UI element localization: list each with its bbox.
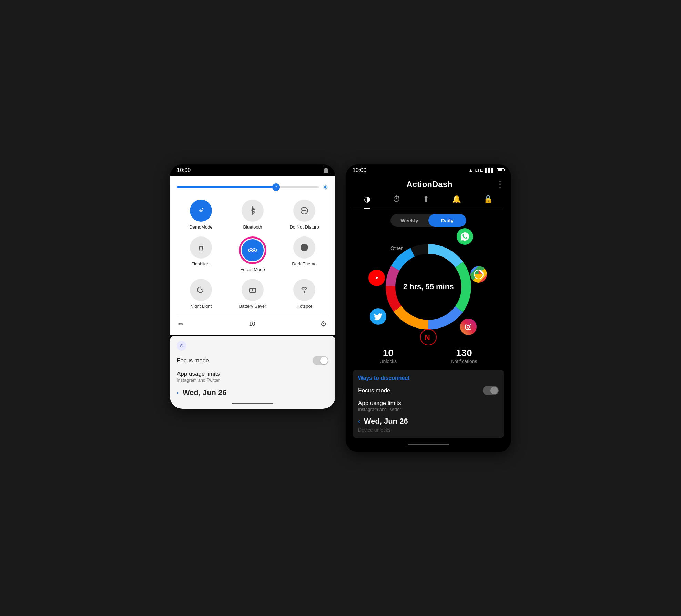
bluetooth-icon <box>242 200 264 222</box>
left-nav-date: Wed, Jun 26 <box>183 388 227 397</box>
svg-text:N: N <box>425 333 430 342</box>
tile-focus-mode[interactable]: Focus Mode <box>228 236 277 272</box>
hotspot-label: Hotspot <box>297 304 312 309</box>
notifications-number: 130 <box>451 347 477 359</box>
ways-app-usage-row: App usage limits Instagram and Twitter <box>358 400 499 412</box>
right-nav-row: ‹ Wed, Jun 26 <box>358 417 499 426</box>
ways-focus-toggle[interactable] <box>483 386 499 395</box>
night-light-label: Night Light <box>190 304 212 309</box>
svg-point-32 <box>470 324 471 325</box>
stats-row: 10 Unlocks 130 Notifications <box>353 347 504 364</box>
sun-icon: ☀ <box>322 183 328 191</box>
panel-header: ⊙ <box>177 341 328 351</box>
ways-focus-label: Focus mode <box>358 387 390 394</box>
unlocks-number: 10 <box>379 347 397 359</box>
battery-saver-label: Battery Saver <box>239 304 266 309</box>
right-back-arrow[interactable]: ‹ <box>358 417 360 425</box>
unlocks-stat: 10 Unlocks <box>379 347 397 364</box>
edit-icon[interactable]: ✏ <box>178 320 184 328</box>
left-time: 10:00 <box>177 167 191 173</box>
tile-flashlight[interactable]: Flashlight <box>177 236 225 272</box>
right-status-bar: 10:00 ▲ LTE ▌▌▌ <box>346 164 511 176</box>
tab-time[interactable]: ⏱ <box>393 195 400 206</box>
daily-button[interactable]: Daily <box>428 214 466 227</box>
settings-icon[interactable]: ⚙ <box>320 320 327 329</box>
tile-bluetooth[interactable]: Bluetooth <box>228 200 277 230</box>
tab-lock[interactable]: 🔒 <box>484 195 493 206</box>
edit-count: 10 <box>249 321 255 327</box>
left-back-arrow[interactable]: ‹ <box>177 388 179 396</box>
svg-rect-14 <box>256 290 256 291</box>
left-status-bar: 10:00 <box>170 164 335 176</box>
lte-label: LTE <box>475 168 483 173</box>
wifi-icon: ▲ <box>469 168 473 173</box>
dark-theme-label: Dark Theme <box>292 261 316 266</box>
chrome-icon <box>470 266 487 283</box>
svg-rect-6 <box>200 244 202 247</box>
brightness-thumb[interactable] <box>272 183 280 191</box>
left-bottom-bar: ✏ 10 ⚙ <box>177 316 328 329</box>
focus-mode-label: Focus Mode <box>240 267 265 272</box>
do-not-disturb-label: Do Not Disturb <box>289 224 319 230</box>
app-title: ActionDash <box>363 180 496 189</box>
ways-app-usage-title: App usage limits <box>358 400 499 407</box>
tab-usage[interactable]: ⬆ <box>423 195 429 206</box>
right-status-icons: ▲ LTE ▌▌▌ <box>469 168 504 173</box>
left-signal-icon <box>324 168 328 173</box>
phone-right: 10:00 ▲ LTE ▌▌▌ ActionDash ⋮ ◑ ⏱ ⬆ <box>346 164 511 452</box>
youtube-icon <box>368 270 385 286</box>
focus-mode-row-label: Focus mode <box>177 357 209 364</box>
instagram-icon <box>460 319 477 335</box>
do-not-disturb-icon <box>293 200 315 222</box>
focus-mode-toggle[interactable] <box>313 356 328 365</box>
app-title-row: ActionDash ⋮ <box>353 180 504 189</box>
signal-bars-icon: ▌▌▌ <box>485 168 495 173</box>
screenshot-container: 10:00 ☀ <box>170 164 511 452</box>
weekly-button[interactable]: Weekly <box>390 214 428 227</box>
battery-fill <box>498 169 502 171</box>
ways-title: Ways to disconnect <box>358 375 499 381</box>
panel-focus-icon: ⊙ <box>177 341 186 351</box>
tile-night-light[interactable]: Night Light <box>177 279 225 309</box>
tile-battery-saver[interactable]: Battery Saver <box>228 279 277 309</box>
tile-do-not-disturb[interactable]: Do Not Disturb <box>280 200 328 230</box>
app-usage-sub: Instagram and Twitter <box>177 377 328 383</box>
tile-dark-theme[interactable]: Dark Theme <box>280 236 328 272</box>
focus-ring-wrapper: Focus Mode <box>239 236 266 272</box>
unlocks-label: Unlocks <box>379 359 397 364</box>
more-options-button[interactable]: ⋮ <box>496 180 504 189</box>
notifications-stat: 130 Notifications <box>451 347 477 364</box>
flashlight-icon <box>190 236 212 259</box>
brightness-slider[interactable] <box>177 186 319 188</box>
tab-stats[interactable]: ◑ <box>364 195 370 206</box>
left-bottom-indicator <box>232 403 273 404</box>
whatsapp-icon <box>457 228 473 245</box>
other-label: Other <box>390 245 403 251</box>
battery-icon <box>497 168 504 172</box>
left-nav-row: ‹ Wed, Jun 26 <box>177 388 328 397</box>
night-light-icon <box>190 279 212 301</box>
brightness-row: ☀ <box>177 183 328 191</box>
hotspot-icon <box>293 279 315 301</box>
tiles-grid: DemoMode Bluetooth <box>177 200 328 309</box>
device-unlocks-label: Device unlocks <box>358 427 499 433</box>
svg-point-10 <box>250 249 252 251</box>
ways-app-usage-sub: Instagram and Twitter <box>358 407 499 412</box>
netflix-icon: N <box>420 329 437 345</box>
app-usage-label: App usage limits <box>177 371 328 377</box>
right-bottom-indicator <box>408 444 449 445</box>
phone-left: 10:00 ☀ <box>170 164 335 409</box>
twitter-icon <box>370 308 386 325</box>
period-toggle: Weekly Daily <box>390 214 466 227</box>
tab-notifications[interactable]: 🔔 <box>452 195 461 206</box>
tile-hotspot[interactable]: Hotspot <box>280 279 328 309</box>
right-time: 10:00 <box>353 167 366 173</box>
chart-center-text: 2 hrs, 55 mins <box>403 282 454 291</box>
nav-tabs: ◑ ⏱ ⬆ 🔔 🔒 <box>353 195 504 209</box>
ways-card: Ways to disconnect Focus mode App usage … <box>353 370 504 438</box>
ways-focus-row: Focus mode <box>358 386 499 395</box>
tile-demo-mode[interactable]: DemoMode <box>177 200 225 230</box>
flashlight-label: Flashlight <box>191 261 211 266</box>
bluetooth-label: Bluetooth <box>243 224 262 230</box>
dark-theme-icon <box>293 236 315 259</box>
